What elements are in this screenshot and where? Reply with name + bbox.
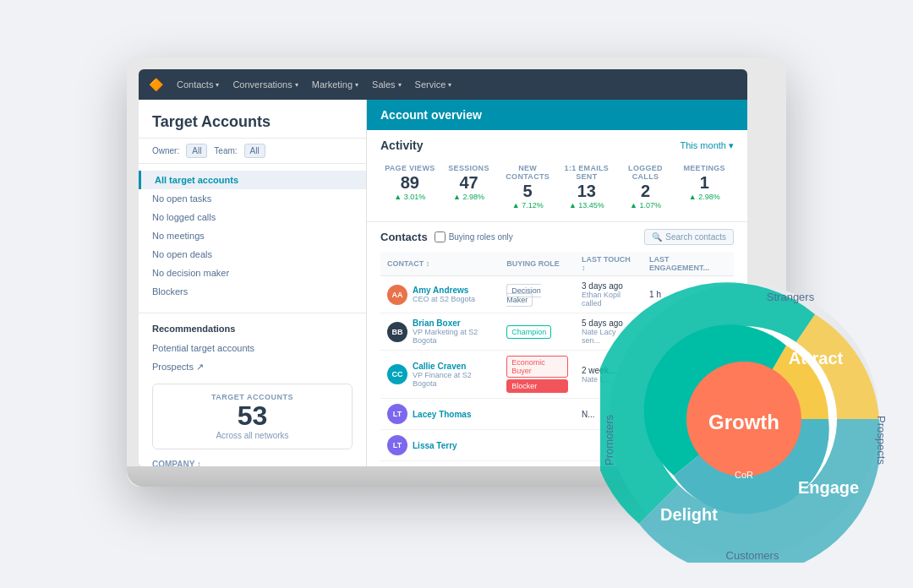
sidebar-tabs: All target accounts No open tasks No log… xyxy=(139,164,366,308)
stats-card: TARGET ACCOUNTS 53 Across all networks xyxy=(152,384,353,449)
activity-title: Activity xyxy=(380,139,424,152)
contact-info-lissa: LT Lissa Terry xyxy=(387,435,493,455)
sidebar-tab-no-logged-calls[interactable]: No logged calls xyxy=(139,208,366,226)
col-buying-role: BUYING ROLE xyxy=(500,252,575,276)
contacts-title: Contacts xyxy=(380,231,428,243)
growth-text: Growth xyxy=(708,411,779,433)
stats-card-number: 53 xyxy=(161,401,343,431)
contact-title-amy: CEO at S2 Bogota xyxy=(413,295,475,303)
delight-label: Delight xyxy=(660,505,718,524)
flywheel-svg: Growth Attract Engage Delight Strangers … xyxy=(600,275,888,563)
navbar-sales[interactable]: Sales ▾ xyxy=(372,79,402,90)
cor-label: CoR xyxy=(735,470,753,480)
buying-roles-label: Buying roles only xyxy=(449,232,513,242)
navbar-contacts[interactable]: Contacts ▾ xyxy=(177,79,219,90)
col-contact: CONTACT ↕ xyxy=(380,252,500,276)
search-icon: 🔍 xyxy=(652,232,662,242)
contact-name-brian[interactable]: Brian Boxer xyxy=(413,318,493,328)
metric-meetings: MEETINGS 1 2.98% xyxy=(675,161,734,213)
owner-label: Owner: xyxy=(152,146,179,155)
role-badge-economic: Economic Buyer xyxy=(506,356,568,378)
sidebar-tab-no-open-tasks[interactable]: No open tasks xyxy=(139,189,366,208)
divider-1 xyxy=(139,313,366,313)
filter-row: Owner: All Team: All xyxy=(139,139,366,164)
flywheel-container: Growth Attract Engage Delight Strangers … xyxy=(600,275,888,563)
avatar-brian: BB xyxy=(387,322,407,342)
recommendations-title: Recommendations xyxy=(139,318,366,339)
team-filter[interactable]: All xyxy=(244,144,265,158)
company-list-header: COMPANY ↕ xyxy=(139,456,366,466)
metric-logged-calls: LOGGED CALLS 2 1.07% xyxy=(616,161,675,213)
navbar-conversations[interactable]: Conversations ▾ xyxy=(232,79,298,90)
search-contacts[interactable]: 🔍 Search contacts xyxy=(644,229,734,245)
col-last-touch: LAST TOUCH ↕ xyxy=(575,252,642,276)
contact-title-callie: VP Finance at S2 Bogota xyxy=(413,371,493,388)
col-last-engagement: LAST ENGAGEMENT... xyxy=(642,252,734,276)
role-badge-blocker: Blocker xyxy=(506,379,568,393)
contact-title-brian: VP Marketing at S2 Bogota xyxy=(413,328,493,345)
metrics-row: PAGE VIEWS 89 3.01% SESSIONS 47 2.98% NE… xyxy=(380,161,734,213)
sidebar-tab-prospects[interactable]: Prospects ↗ xyxy=(139,357,366,377)
buying-roles-input[interactable] xyxy=(435,231,446,242)
this-month-button[interactable]: This month ▾ xyxy=(681,140,734,151)
avatar-callie: CC xyxy=(387,364,407,384)
metric-page-views: PAGE VIEWS 89 3.01% xyxy=(380,161,440,213)
sidebar-tab-no-meetings[interactable]: No meetings xyxy=(139,226,366,245)
left-panel: Target Accounts Owner: All Team: All All… xyxy=(139,100,367,466)
metric-sessions: SESSIONS 47 2.98% xyxy=(440,161,499,213)
contact-info-amy: AA Amy Andrews CEO at S2 Bogota xyxy=(387,285,493,305)
navbar-logo: 🔶 xyxy=(149,78,163,91)
metric-new-contacts: NEW CONTACTS 5 7.12% xyxy=(498,161,557,213)
sidebar-tab-blockers[interactable]: Blockers xyxy=(139,282,366,301)
activity-header-row: Activity This month ▾ xyxy=(380,139,734,152)
avatar-lissa: LT xyxy=(387,435,407,455)
metric-emails-sent: 1:1 EMAILS SENT 13 13.45% xyxy=(557,161,616,213)
contacts-header-row: Contacts Buying roles only 🔍 Search cont… xyxy=(380,229,734,245)
contact-info-lacey: LT Lacey Thomas xyxy=(387,404,493,424)
contact-name-lacey[interactable]: Lacey Thomas xyxy=(413,410,471,419)
contact-name-callie[interactable]: Callie Craven xyxy=(413,362,493,371)
role-badge-champion: Champion xyxy=(506,325,551,339)
strangers-label: Strangers xyxy=(767,291,815,303)
contact-name-amy[interactable]: Amy Andrews xyxy=(413,286,475,295)
contact-name-lissa[interactable]: Lissa Terry xyxy=(413,441,457,450)
prospects-label: Prospects xyxy=(875,416,888,465)
buying-roles-checkbox[interactable]: Buying roles only xyxy=(435,231,513,242)
promoters-label: Promoters xyxy=(603,415,615,466)
company-col-header: COMPANY ↕ xyxy=(152,460,201,466)
owner-filter[interactable]: All xyxy=(186,144,207,158)
sidebar-tab-no-open-deals[interactable]: No open deals xyxy=(139,245,366,264)
navbar: 🔶 Contacts ▾ Conversations ▾ Marketing ▾… xyxy=(139,69,747,100)
contact-info-brian: BB Brian Boxer VP Marketing at S2 Bogota xyxy=(387,318,493,345)
customers-label: Customers xyxy=(726,549,779,562)
team-label: Team: xyxy=(214,146,237,155)
sidebar-tab-no-decision-maker[interactable]: No decision maker xyxy=(139,264,366,282)
navbar-marketing[interactable]: Marketing ▾ xyxy=(312,79,358,90)
engage-label: Engage xyxy=(798,478,859,497)
contact-info-callie: CC Callie Craven VP Finance at S2 Bogota xyxy=(387,362,493,388)
sidebar-tab-potential[interactable]: Potential target accounts xyxy=(139,339,366,357)
role-badge-decision: Decision Maker xyxy=(506,284,541,307)
avatar-amy: AA xyxy=(387,285,407,305)
left-panel-header: Target Accounts xyxy=(139,100,366,139)
navbar-service[interactable]: Service ▾ xyxy=(415,79,452,90)
account-overview-header: Account overview xyxy=(367,100,747,130)
page-title: Target Accounts xyxy=(152,113,353,131)
attract-label: Attract xyxy=(789,349,844,368)
sidebar-tab-all-target[interactable]: All target accounts xyxy=(139,171,366,189)
avatar-lacey: LT xyxy=(387,404,407,424)
activity-section: Activity This month ▾ PAGE VIEWS 89 3.01… xyxy=(367,130,747,222)
stats-card-sub: Across all networks xyxy=(161,431,343,440)
search-placeholder: Search contacts xyxy=(665,232,726,242)
